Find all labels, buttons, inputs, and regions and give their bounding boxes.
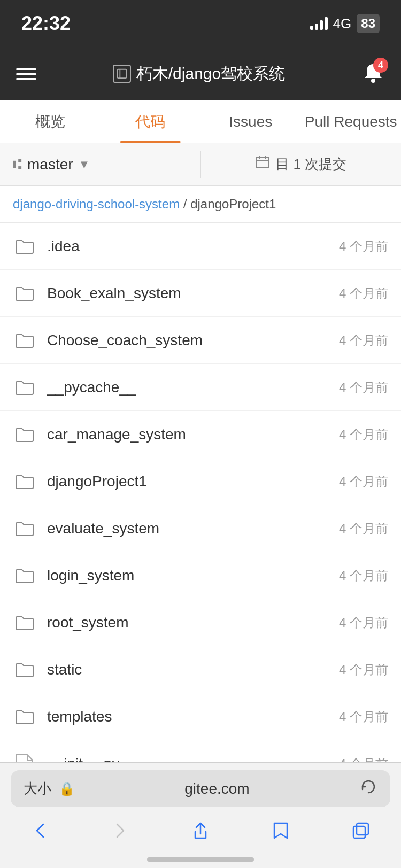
tabs-button[interactable] [340,815,382,847]
branch-row: ⑆ master ▼ 目 1 次提交 [0,143,401,186]
folder-icon [13,235,36,258]
list-item[interactable]: evaluate_system 4 个月前 [0,505,401,552]
folder-icon [13,564,36,587]
list-item[interactable]: car_manage_system 4 个月前 [0,411,401,458]
battery-icon: 83 [357,14,380,33]
share-button[interactable] [179,815,222,847]
breadcrumb: django-driving-school-system / djangoPro… [0,186,401,223]
status-time: 22:32 [21,12,71,35]
file-time: 4 个月前 [339,520,388,537]
forward-button[interactable] [99,815,142,847]
address-url: gitee.com [82,780,352,797]
tab-code[interactable]: 代码 [101,100,201,143]
navbar: 朽木/django驾校系统 4 [0,47,401,100]
list-item[interactable]: templates 4 个月前 [0,693,401,740]
folder-icon [13,470,36,493]
git-branch-icon: ⑆ [13,156,22,173]
reload-button[interactable] [359,778,377,800]
bookmarks-button[interactable] [259,815,302,847]
battery-level: 83 [361,16,375,31]
signal-icon [310,17,328,30]
file-name: Book_exaln_system [47,285,339,302]
tab-issues[interactable]: Issues [200,100,301,143]
list-item[interactable]: Book_exaln_system 4 个月前 [0,270,401,317]
file-name: login_system [47,567,339,584]
file-name: car_manage_system [47,426,339,443]
file-time: 4 个月前 [339,426,388,443]
breadcrumb-separator: / [183,197,190,211]
svg-rect-13 [353,826,365,838]
file-name: .idea [47,238,339,255]
tab-pullrequests[interactable]: Pull Requests [301,100,402,143]
commits-info[interactable]: 目 1 次提交 [201,155,402,174]
folder-icon [13,282,36,305]
file-name: static [47,661,339,678]
lock-icon: 🔒 [59,781,75,796]
folder-icon [13,705,36,728]
folder-icon [13,611,36,634]
folder-icon [13,329,36,352]
file-name: Choose_coach_system [47,332,339,349]
file-time: 4 个月前 [339,473,388,490]
commits-text: 目 1 次提交 [275,155,346,174]
list-item[interactable]: djangoProject1 4 个月前 [0,458,401,505]
browser-bar: 大小 🔒 gitee.com [0,762,401,868]
tabs-bar: 概览 代码 Issues Pull Requests [0,100,401,143]
file-time: 4 个月前 [339,285,388,302]
address-bar[interactable]: 大小 🔒 gitee.com [11,770,390,807]
file-time: 4 个月前 [339,238,388,255]
file-name: evaluate_system [47,520,339,537]
file-list: .idea 4 个月前 Book_exaln_system 4 个月前 Choo… [0,223,401,834]
folder-icon [13,376,36,399]
address-size-label: 大小 [24,779,51,798]
breadcrumb-current: djangoProject1 [190,197,276,211]
file-name: templates [47,708,339,725]
file-time: 4 个月前 [339,379,388,396]
notification-button[interactable]: 4 [361,61,385,87]
file-name: root_system [47,614,339,631]
home-indicator [147,857,254,862]
folder-icon [13,517,36,540]
file-name: djangoProject1 [47,473,339,490]
file-name: __pycache__ [47,379,339,396]
commits-icon [255,155,270,174]
branch-selector[interactable]: ⑆ master ▼ [0,156,200,173]
list-item[interactable]: Choose_coach_system 4 个月前 [0,317,401,364]
svg-rect-0 [118,69,127,79]
repo-icon [113,65,131,83]
list-item[interactable]: static 4 个月前 [0,646,401,693]
svg-rect-3 [256,157,269,168]
folder-icon [13,658,36,681]
file-time: 4 个月前 [339,567,388,584]
browser-nav [0,812,401,857]
repo-title: 朽木/django驾校系统 [113,63,285,85]
list-item[interactable]: login_system 4 个月前 [0,552,401,599]
list-item[interactable]: .idea 4 个月前 [0,223,401,270]
menu-button[interactable] [16,68,36,80]
repo-svg-icon [116,68,128,80]
tab-overview[interactable]: 概览 [0,100,101,143]
back-button[interactable] [19,815,61,847]
branch-name: master [27,156,73,173]
chevron-down-icon: ▼ [79,158,90,172]
svg-rect-14 [357,823,368,835]
file-time: 4 个月前 [339,661,388,678]
svg-point-2 [371,79,375,83]
status-bar: 22:32 4G 83 [0,0,401,47]
file-time: 4 个月前 [339,332,388,349]
breadcrumb-repo[interactable]: django-driving-school-system [13,197,180,211]
notification-badge: 4 [373,58,388,73]
list-item[interactable]: root_system 4 个月前 [0,599,401,646]
folder-icon [13,423,36,446]
network-label: 4G [333,15,352,32]
repo-name: 朽木/django驾校系统 [136,63,285,85]
status-icons: 4G 83 [310,14,380,33]
file-time: 4 个月前 [339,614,388,631]
file-time: 4 个月前 [339,708,388,725]
list-item[interactable]: __pycache__ 4 个月前 [0,364,401,411]
